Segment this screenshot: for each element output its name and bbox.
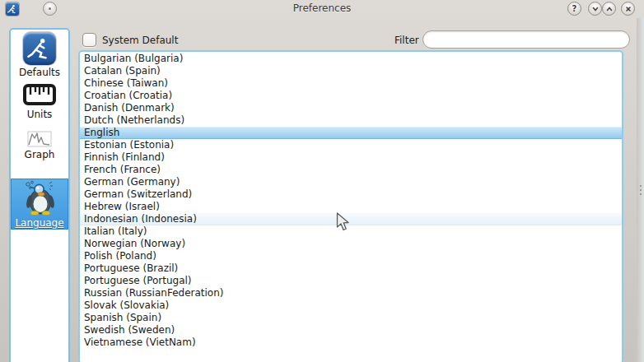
language-label: English <box>84 127 119 138</box>
penguin-diver-icon <box>21 179 58 216</box>
language-label: Vietnamese (VietNam) <box>84 336 196 348</box>
language-label: Polish (Poland) <box>84 250 156 262</box>
filter-label: Filter <box>394 35 419 46</box>
sidebar-item-units[interactable]: Units <box>11 82 68 120</box>
language-list-item[interactable]: Hebrew (Israel) <box>80 201 622 213</box>
language-list-item[interactable]: Croatian (Croatia) <box>80 90 622 102</box>
minimize-button[interactable] <box>588 2 602 16</box>
language-label: Danish (Denmark) <box>84 102 175 114</box>
language-label: Estonian (Estonia) <box>84 139 174 151</box>
language-list-item[interactable]: Norwegian (Norway) <box>80 238 622 250</box>
preferences-window: Preferences ? <box>0 0 644 362</box>
language-label: French (France) <box>84 164 161 175</box>
language-label: Croatian (Croatia) <box>84 90 172 101</box>
language-list-item[interactable]: Russian (RussianFederation) <box>80 287 622 299</box>
language-list-item[interactable]: Estonian (Estonia) <box>80 139 622 151</box>
language-list-item[interactable]: German (Germany) <box>80 176 622 188</box>
language-label: Italian (Italy) <box>84 225 147 237</box>
language-label: German (Switzerland) <box>84 188 192 200</box>
ruler-icon <box>22 82 57 107</box>
profile-graph-icon <box>27 131 52 147</box>
language-list: Bulgarian (Bulgaria) Catalan (Spain) Chi… <box>78 50 623 362</box>
sidebar-item-label: Language <box>15 217 63 229</box>
language-list-item[interactable]: Polish (Poland) <box>80 250 622 262</box>
sidebar-item-label: Defaults <box>19 67 60 78</box>
language-list-item[interactable]: Danish (Denmark) <box>80 102 622 114</box>
maximize-button[interactable] <box>602 2 616 16</box>
language-label: Catalan (Spain) <box>84 65 161 77</box>
language-list-item[interactable]: Vietnamese (VietNam) <box>80 336 622 349</box>
language-label: Norwegian (Norway) <box>84 238 185 249</box>
window-title: Preferences <box>0 0 644 18</box>
titlebar: Preferences ? <box>0 0 644 18</box>
language-list-item[interactable]: Dutch (Netherlands) <box>80 114 622 127</box>
help-button[interactable]: ? <box>567 2 581 16</box>
language-label: Portuguese (Portugal) <box>84 275 192 286</box>
language-list-item[interactable]: Swedish (Sweden) <box>80 324 622 336</box>
language-label: Portuguese (Brazil) <box>84 262 178 274</box>
system-default-checkbox[interactable] <box>82 33 96 47</box>
sidebar-item-label: Graph <box>25 149 55 160</box>
language-list-item[interactable]: Portuguese (Brazil) <box>80 262 622 275</box>
language-label: Dutch (Netherlands) <box>84 114 184 126</box>
language-label: German (Germany) <box>84 176 180 188</box>
close-button[interactable] <box>621 2 635 16</box>
language-label: Russian (RussianFederation) <box>84 287 223 299</box>
splitter-handle[interactable] <box>637 18 644 362</box>
system-default-label: System Default <box>102 35 178 46</box>
language-label: Chinese (Taiwan) <box>84 77 168 89</box>
sidebar-item-defaults[interactable]: Defaults <box>11 32 68 78</box>
language-list-item[interactable]: Portuguese (Portugal) <box>80 275 622 287</box>
language-list-item[interactable]: Indonesian (Indonesia) <box>80 213 622 225</box>
language-list-item[interactable]: French (France) <box>80 164 622 176</box>
language-label: Slovak (Slovakia) <box>84 299 169 311</box>
language-list-item[interactable]: English <box>80 127 622 139</box>
diver-icon <box>23 32 56 65</box>
chevron-up-icon <box>605 5 614 13</box>
language-label: Swedish (Sweden) <box>84 324 175 336</box>
sidebar-item-graph[interactable]: Graph <box>11 131 68 160</box>
language-label: Indonesian (Indonesia) <box>84 213 197 225</box>
language-label: Hebrew (Israel) <box>84 201 160 212</box>
language-list-item[interactable]: German (Switzerland) <box>80 188 622 201</box>
language-list-item[interactable]: Finnish (Finland) <box>80 151 622 164</box>
sidebar-item-language[interactable]: Language <box>11 179 68 230</box>
language-label: Finnish (Finland) <box>84 151 165 163</box>
close-icon <box>624 5 632 13</box>
language-list-item[interactable]: Bulgarian (Bulgaria) <box>80 53 622 65</box>
language-list-item[interactable]: Slovak (Slovakia) <box>80 299 622 312</box>
chevron-down-icon <box>591 5 600 13</box>
settings-sidebar: Defaults Units Graph <box>9 28 70 362</box>
language-label: Bulgarian (Bulgaria) <box>84 53 183 64</box>
language-label: Spanish (Spain) <box>84 312 161 323</box>
help-icon: ? <box>572 4 577 13</box>
filter-input[interactable] <box>422 30 630 49</box>
sidebar-item-label: Units <box>27 109 53 120</box>
language-list-item[interactable]: Spanish (Spain) <box>80 312 622 324</box>
language-list-item[interactable]: Catalan (Spain) <box>80 65 622 77</box>
language-list-item[interactable]: Chinese (Taiwan) <box>80 77 622 90</box>
language-list-item[interactable]: Italian (Italy) <box>80 225 622 238</box>
